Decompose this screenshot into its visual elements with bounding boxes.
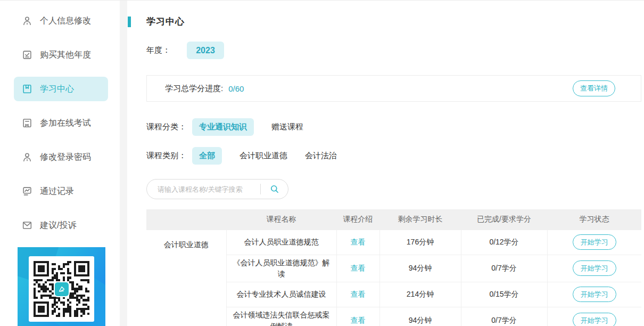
book-bookmark-icon xyxy=(21,83,33,95)
category-option-professional[interactable]: 专业通识知识 xyxy=(192,118,254,136)
credits-cell: 0/7学分 xyxy=(461,255,547,282)
credits-cell: 0/12学分 xyxy=(461,230,547,255)
header-group xyxy=(146,209,226,230)
course-type-row: 课程类别： 全部 会计职业道德 会计法治 xyxy=(146,147,644,165)
person-icon xyxy=(21,151,33,163)
view-course-link[interactable]: 查看 xyxy=(351,238,366,246)
checkbox-icon xyxy=(21,49,33,61)
main-content: 学习中心 年度： 2023 学习总学分进度: 0/60 查看详情 课程分类： 专… xyxy=(127,1,644,326)
sidebar-item-suggestions[interactable]: 建议/投诉 xyxy=(14,213,108,238)
header-course-intro: 课程介绍 xyxy=(336,209,379,230)
qr-code xyxy=(18,247,105,326)
mail-icon xyxy=(21,219,33,231)
header-course-name: 课程名称 xyxy=(226,209,336,230)
sidebar-item-label: 个人信息修改 xyxy=(40,15,91,27)
page: 个人信息修改 购买其他年度 学习中心 参 xyxy=(0,0,644,326)
sidebar-item-change-password[interactable]: 修改登录密码 xyxy=(14,145,108,169)
view-course-link[interactable]: 查看 xyxy=(351,264,366,272)
header-study-status: 学习状态 xyxy=(547,209,641,230)
header-credits: 已完成/要求学分 xyxy=(461,209,547,230)
page-title-row: 学习中心 xyxy=(127,15,644,28)
type-option-all[interactable]: 全部 xyxy=(192,147,222,165)
exam-document-icon xyxy=(21,117,33,129)
app-logo-icon xyxy=(54,281,70,297)
course-type-label: 课程类别： xyxy=(146,151,186,161)
course-search-box xyxy=(146,179,288,199)
progress-label: 学习总学分进度: xyxy=(165,84,223,94)
type-option-ethics[interactable]: 会计职业道德 xyxy=(240,151,287,161)
search-input[interactable] xyxy=(147,185,260,193)
sidebar-item-label: 修改登录密码 xyxy=(40,152,91,163)
year-2023-button[interactable]: 2023 xyxy=(187,42,224,59)
year-filter-row: 年度： 2023 xyxy=(146,42,644,59)
sidebar-item-label: 购买其他年度 xyxy=(40,50,91,61)
view-details-button[interactable]: 查看详情 xyxy=(573,80,615,96)
sidebar-item-profile-edit[interactable]: 个人信息修改 xyxy=(14,9,108,33)
course-name-cell: 《会计人员职业道德规范》解读 xyxy=(226,255,336,282)
course-category-row: 课程分类： 专业通识知识 赠送课程 xyxy=(146,118,644,136)
start-learning-button[interactable]: 开始学习 xyxy=(573,313,616,326)
header-remaining-time: 剩余学习时长 xyxy=(379,209,461,230)
page-title: 学习中心 xyxy=(146,15,185,28)
qr-pattern xyxy=(29,256,94,322)
course-name-cell: 会计人员职业道德规范 xyxy=(226,230,336,255)
type-option-law[interactable]: 会计法治 xyxy=(305,151,337,161)
sidebar-item-learning-center[interactable]: 学习中心 xyxy=(14,77,108,101)
category-option-gift-courses[interactable]: 赠送课程 xyxy=(271,122,303,132)
start-learning-button[interactable]: 开始学习 xyxy=(573,260,616,276)
sidebar-item-buy-other-years[interactable]: 购买其他年度 xyxy=(14,43,108,67)
view-course-link[interactable]: 查看 xyxy=(351,290,366,298)
course-name-cell: 会计领域违法失信联合惩戒案例解读 xyxy=(226,307,336,326)
credits-cell: 0/7学分 xyxy=(461,307,547,326)
remaining-time-cell: 176分钟 xyxy=(379,230,461,255)
sidebar: 个人信息修改 购买其他年度 学习中心 参 xyxy=(0,1,120,326)
sidebar-item-label: 建议/投诉 xyxy=(40,220,76,231)
person-icon xyxy=(21,15,33,27)
record-chart-icon xyxy=(21,185,33,197)
course-name-cell: 会计专业技术人员诚信建设 xyxy=(226,282,336,307)
remaining-time-cell: 214分钟 xyxy=(379,282,461,307)
progress-value: 0/60 xyxy=(228,84,244,93)
course-table: 课程名称 课程介绍 剩余学习时长 已完成/要求学分 学习状态 会计职业道德 会计… xyxy=(146,209,641,326)
view-course-link[interactable]: 查看 xyxy=(351,316,366,324)
course-group-cell: 会计职业道德 xyxy=(146,230,226,326)
credits-cell: 0/15学分 xyxy=(461,282,547,307)
course-category-label: 课程分类： xyxy=(146,122,186,132)
start-learning-button[interactable]: 开始学习 xyxy=(573,234,616,250)
credit-progress-panel: 学习总学分进度: 0/60 查看详情 xyxy=(146,75,641,102)
sidebar-item-pass-records[interactable]: 通过记录 xyxy=(14,179,108,203)
sidebar-item-label: 通过记录 xyxy=(40,186,74,197)
sidebar-item-online-exam[interactable]: 参加在线考试 xyxy=(14,111,108,135)
remaining-time-cell: 94分钟 xyxy=(379,307,461,326)
start-learning-button[interactable]: 开始学习 xyxy=(573,287,616,302)
title-accent-bar xyxy=(128,17,131,27)
search-icon xyxy=(269,184,280,194)
search-button[interactable] xyxy=(261,180,288,199)
table-header-row: 课程名称 课程介绍 剩余学习时长 已完成/要求学分 学习状态 xyxy=(146,209,641,230)
year-label: 年度： xyxy=(146,45,170,55)
sidebar-item-label: 学习中心 xyxy=(40,84,74,95)
remaining-time-cell: 94分钟 xyxy=(379,255,461,282)
sidebar-item-label: 参加在线考试 xyxy=(40,118,91,129)
table-row: 会计职业道德 会计人员职业道德规范 查看 176分钟 0/12学分 开始学习 xyxy=(146,230,641,255)
